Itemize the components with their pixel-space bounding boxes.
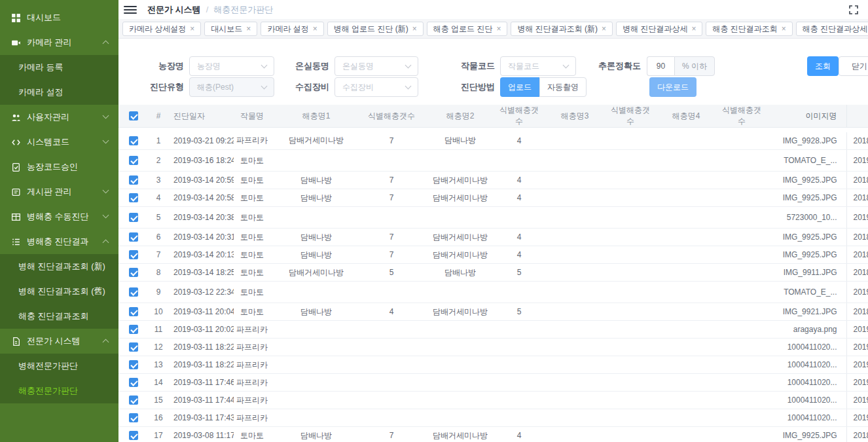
cell-pest [539, 172, 611, 189]
accuracy-input[interactable] [647, 56, 674, 76]
close-button[interactable]: 닫기 [839, 56, 868, 76]
tab-pest-result-detail[interactable]: 해충 진단결과상세× [796, 22, 868, 36]
search-button[interactable]: 조회 [807, 56, 839, 76]
row-checkbox[interactable] [129, 193, 138, 202]
cell-cnt: 5 [499, 303, 539, 321]
cell-no: 2 [149, 150, 168, 172]
sidebar-item-farm-code-approval[interactable]: 농장코드승인 [0, 155, 118, 179]
tab-label: 병해 업로드 진단 (新) [334, 22, 408, 35]
close-icon[interactable]: × [190, 22, 194, 35]
close-icon[interactable]: × [496, 22, 501, 35]
row-checkbox[interactable] [129, 378, 138, 387]
cell-pest [421, 374, 499, 392]
cell-pest [539, 282, 611, 303]
cell-cnt [722, 132, 761, 150]
cell-date: 2019-03-16 18:24:43 [168, 150, 234, 172]
cell-date: 2019-03-14 20:38:56 [168, 207, 234, 229]
tab-pest-result-list[interactable]: 해충 진단결과조회× [706, 22, 792, 36]
cell-pest [539, 374, 611, 392]
cell-pest [270, 392, 362, 409]
tab-pest-upload-diagnosis[interactable]: 해충 업로드 진단× [427, 22, 508, 36]
sidebar-item-disease-result-old[interactable]: 병해 진단결과조회 (舊) [0, 279, 118, 304]
cell-no: 8 [149, 264, 168, 282]
cell-cnt [722, 356, 761, 374]
row-checkbox[interactable] [129, 156, 138, 165]
tab-disease-result-detail[interactable]: 병해 진단결과상세× [616, 22, 702, 36]
cell-pest [270, 282, 362, 303]
crop-code-select[interactable]: 작물코드 [500, 56, 576, 76]
row-checkbox[interactable] [129, 136, 138, 145]
header-pest4: 해충명4 [650, 105, 722, 128]
sidebar-item-camera-register[interactable]: 카메라 등록 [0, 55, 118, 80]
close-icon[interactable]: × [782, 22, 786, 35]
sidebar-subitem-label: 병해전문가판단 [18, 360, 78, 372]
table-row: 102019-03-11 20:04:40토마토담배나방4담배거세미나방5IMG… [118, 303, 868, 321]
tab-disease-result-list-new[interactable]: 병해 진단결과조회 (新)× [511, 22, 613, 36]
row-checkbox[interactable] [129, 413, 138, 422]
row-checkbox[interactable] [129, 342, 138, 352]
close-icon[interactable]: × [412, 22, 417, 35]
tab-camera-detail-settings[interactable]: 카메라 상세설정× [122, 22, 201, 36]
row-checkbox[interactable] [129, 268, 138, 277]
equipment-select[interactable]: 수집장비 [335, 77, 418, 97]
greenhouse-select[interactable]: 온실동명 [335, 56, 418, 76]
row-checkbox[interactable] [129, 325, 138, 334]
tab-dashboard[interactable]: 대시보드× [204, 22, 257, 36]
upload-toggle-button[interactable]: 업로드 [500, 77, 539, 97]
cell-img: 1000411020... [761, 409, 846, 427]
row-checkbox-cell [118, 264, 149, 282]
row-checkbox[interactable] [129, 307, 138, 316]
close-icon[interactable]: × [691, 22, 696, 35]
cell-pest [539, 189, 611, 207]
row-checkbox[interactable] [129, 360, 138, 369]
sidebar-item-camera-management[interactable]: 카메라 관리 [0, 30, 118, 55]
cell-reg: 2019 [846, 392, 868, 409]
cell-cnt: 4 [362, 303, 421, 321]
sidebar-item-diagnosis-results[interactable]: 병해충 진단결과 [0, 229, 118, 254]
close-icon[interactable]: × [246, 22, 251, 35]
select-all-checkbox[interactable] [129, 111, 138, 120]
sidebar-item-pest-expert-judgment[interactable]: 해충전문가판단 [0, 378, 118, 403]
close-icon[interactable]: × [602, 22, 606, 35]
farm-select[interactable]: 농장명 [189, 56, 274, 76]
sidebar-item-disease-expert-judgment[interactable]: 병해전문가판단 [0, 354, 118, 378]
row-checkbox[interactable] [129, 431, 138, 440]
sidebar-item-manual-diagnosis[interactable]: 병해충 수동진단 [0, 204, 118, 229]
row-checkbox[interactable] [129, 250, 138, 259]
sidebar-item-dashboard[interactable]: 대시보드 [0, 5, 118, 30]
chevron-down-icon [405, 62, 412, 69]
download-button[interactable]: 다운로드 [649, 77, 696, 97]
sidebar-item-user-management[interactable]: 사용자관리 [0, 105, 118, 130]
main-area: 전문가 시스템 / 해충전문가판단 카메라 상세설정× 대시보드× 카메라 설정… [118, 0, 868, 442]
cell-pest [539, 427, 611, 442]
cell-cnt [611, 303, 650, 321]
sidebar-item-disease-result-new[interactable]: 병해 진단결과조회 (新) [0, 254, 118, 279]
diagnosis-type-select[interactable]: 해충(Pest) [189, 77, 274, 97]
table-row: 62019-03-14 20:31:03토마토담배나방7담배거세미나방4IMG_… [118, 229, 868, 246]
close-icon[interactable]: × [313, 22, 317, 35]
cell-pest: 담배거세미나방 [421, 172, 499, 189]
fullscreen-icon[interactable] [848, 5, 859, 15]
row-checkbox[interactable] [129, 175, 138, 185]
cell-cnt: 4 [499, 229, 539, 246]
cell-img: 1000411020... [761, 339, 846, 356]
sidebar-item-camera-settings[interactable]: 카메라 설정 [0, 80, 118, 105]
cell-reg: 2018 [846, 172, 868, 189]
row-checkbox[interactable] [129, 232, 138, 242]
row-checkbox-cell [118, 207, 149, 229]
row-checkbox[interactable] [129, 213, 138, 222]
sidebar-item-pest-result[interactable]: 해충 진단결과조회 [0, 304, 118, 329]
sidebar-item-board-management[interactable]: 게시판 관리 [0, 179, 118, 204]
cell-pest [650, 264, 722, 282]
row-checkbox[interactable] [129, 287, 138, 297]
hamburger-menu-icon[interactable] [124, 3, 137, 17]
tab-camera-settings[interactable]: 카메라 설정× [261, 22, 323, 36]
table-row: 82019-03-14 18:25:32토마토담배거세미나방5담배나방5IMG_… [118, 264, 868, 282]
sidebar-item-system-code[interactable]: 시스템코드 [0, 130, 118, 155]
row-checkbox[interactable] [129, 396, 138, 405]
chevron-down-icon [103, 187, 109, 194]
tab-disease-upload-diagnosis-new[interactable]: 병해 업로드 진단 (新)× [327, 22, 424, 36]
auto-capture-toggle-button[interactable]: 자동촬영 [539, 77, 587, 97]
sidebar-item-expert-system[interactable]: 전문가 시스템 [0, 329, 118, 354]
cell-cnt [499, 207, 539, 229]
